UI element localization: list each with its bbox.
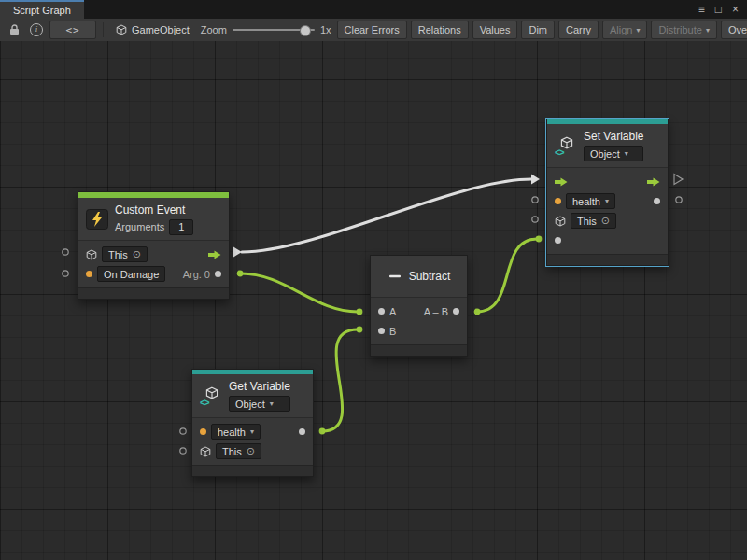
toolbar-separator [103,22,104,37]
variable-icon: <> [200,386,222,406]
zoom-value: 1x [320,24,331,35]
dim-button[interactable]: Dim [521,21,555,39]
result-label: A – B [424,306,448,317]
node-footer [78,287,229,299]
lock-icon [9,24,20,35]
port-customevent-name-in[interactable] [63,271,68,276]
wire-arg0-to-subtract-a[interactable] [241,273,358,312]
port-setvariable-target-in[interactable] [532,217,538,222]
port-setvariable-value-in[interactable] [536,236,543,243]
result-port[interactable] [453,308,459,315]
port-flow-out-setvariable[interactable] [674,175,683,185]
arg0-port[interactable] [215,271,221,277]
variable-icon: <> [555,136,577,156]
port-flow-out-customevent[interactable] [233,247,242,258]
tab-label: Script Graph [13,5,71,16]
value-output-port[interactable] [299,428,305,435]
wire-getvariable-to-subtract-b[interactable] [322,329,358,431]
node-title: Set Variable [584,130,643,143]
port-row-name: health ▾ [192,422,313,441]
info-icon: i [30,23,43,36]
variable-name-dropdown[interactable]: health ▾ [211,424,261,440]
code-icon: <> [65,24,79,36]
port-arg0-out[interactable] [237,271,244,277]
arg0-label: Arg. 0 [183,269,210,280]
flow-out-arrow-icon[interactable] [208,250,221,259]
target-field[interactable]: This ⊙ [216,443,261,459]
variable-scope-dropdown[interactable]: Object ▾ [584,146,643,161]
object-picker-icon[interactable]: ⊙ [133,249,141,259]
tab-bar: Script Graph ≡ □ × [0,0,747,19]
info-button[interactable]: i [27,21,46,38]
input-b-label: B [389,326,396,337]
gameobject-icon [86,249,97,260]
wire-flow-customevent-to-setvariable[interactable] [242,179,531,252]
event-name-field[interactable]: On Damage [97,266,165,282]
input-a-label: A [389,306,396,317]
chevron-down-icon: ▾ [250,427,254,436]
node-title: Subtract [409,270,451,283]
flow-out-arrow-icon[interactable] [647,177,660,187]
maximize-icon[interactable]: □ [715,4,722,15]
edit-script-button[interactable]: <> [49,21,96,39]
port-row-event-name: On Damage Arg. 0 [78,264,229,284]
values-button[interactable]: Values [472,21,518,39]
variable-brackets-icon: <> [200,399,209,408]
zoom-slider-knob[interactable] [300,25,311,36]
port-flow-in-setvariable[interactable] [531,175,540,185]
port-row-a: A A – B [371,301,467,321]
chevron-down-icon: ▾ [706,26,710,35]
flow-in-arrow-icon[interactable] [555,177,568,187]
graph-canvas[interactable]: Custom Event Arguments 1 This ⊙ [0,41,747,560]
carry-button[interactable]: Carry [558,21,599,39]
node-subtract[interactable]: Subtract A A – B B [370,255,468,357]
port-customevent-target-in[interactable] [63,249,68,255]
clear-errors-button[interactable]: Clear Errors [337,21,407,39]
arguments-field[interactable]: 1 [169,219,193,235]
variable-name-port[interactable] [555,198,561,204]
value-input-port[interactable] [555,237,561,244]
align-button[interactable]: Align ▾ [602,21,647,39]
overview-button[interactable]: Overview [721,21,747,39]
event-name-port[interactable] [86,271,92,277]
distribute-button[interactable]: Distribute ▾ [651,21,716,39]
variable-name-dropdown[interactable]: health ▾ [566,193,615,209]
close-icon[interactable]: × [732,4,739,15]
zoom-slider[interactable] [233,21,315,38]
port-subtract-a-in[interactable] [357,309,363,315]
object-picker-icon[interactable]: ⊙ [601,216,610,226]
port-setvariable-name-in[interactable] [532,197,538,203]
port-row-name: health ▾ [547,191,668,211]
port-setvariable-value-out[interactable] [676,197,682,203]
lock-button[interactable] [5,21,23,38]
wire-subtract-to-setvariable-value[interactable] [477,239,537,312]
node-footer [547,254,668,265]
relations-button[interactable]: Relations [411,21,469,39]
port-subtract-b-in[interactable] [357,327,363,333]
node-custom-event[interactable]: Custom Event Arguments 1 This ⊙ [78,191,230,300]
variable-scope-dropdown[interactable]: Object ▾ [229,396,290,412]
input-b-port[interactable] [378,328,385,334]
node-get-variable[interactable]: <> Get Variable Object ▾ health ▾ [191,369,314,477]
port-getvariable-name-in[interactable] [180,428,186,434]
chevron-down-icon: ▾ [625,149,628,158]
gameobject-selector[interactable]: GameObject [110,24,195,35]
value-output-port[interactable] [654,198,660,204]
object-picker-icon[interactable]: ⊙ [247,446,255,456]
port-subtract-result-out[interactable] [474,309,481,315]
port-row-target: This ⊙ [192,441,313,461]
input-a-port[interactable] [378,308,385,315]
unity-script-graph-window: Script Graph ≡ □ × i <> GameObject Zoom … [0,0,747,560]
target-field[interactable]: This ⊙ [102,246,148,262]
target-field[interactable]: This ⊙ [571,213,616,229]
port-row-b: B [371,321,467,341]
pane-menu-icon[interactable]: ≡ [698,4,705,15]
subtract-icon [388,269,402,284]
tab-script-graph[interactable]: Script Graph [0,0,84,19]
node-footer [192,465,313,476]
node-set-variable[interactable]: <> Set Variable Object ▾ [546,119,669,266]
port-getvariable-target-in[interactable] [180,448,186,454]
variable-brackets-icon: <> [555,148,564,158]
variable-name-port[interactable] [200,428,206,435]
port-getvariable-out[interactable] [319,428,326,435]
